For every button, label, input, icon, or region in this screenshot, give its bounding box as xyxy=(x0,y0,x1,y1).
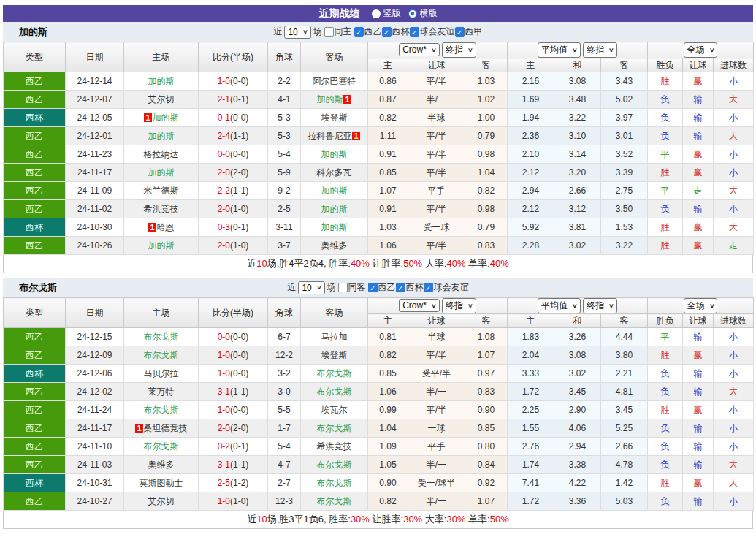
league-checkbox[interactable]: 西甲 xyxy=(455,26,483,38)
recent-results-panel: 近期战绩 竖版 横版 加的斯 近 10 ∨ 场 同主 xyxy=(3,5,753,529)
league-checkbox[interactable]: 西乙 xyxy=(368,281,396,294)
avg-company-select[interactable]: 平均值∨ xyxy=(538,298,581,313)
result-wdl-cell: 负 xyxy=(648,200,683,218)
result-goals-cell: 小 xyxy=(714,438,754,456)
score-cell: 2-0(2-0) xyxy=(199,419,268,438)
date-cell: 24-11-02 xyxy=(66,200,124,218)
subcol-avg-home: 主 xyxy=(508,58,554,72)
result-wdl-cell: 负 xyxy=(648,419,683,438)
subcol-odds-handicap: 让球 xyxy=(408,58,465,72)
score-cell: 0-0(0-0) xyxy=(199,328,268,346)
halftime-score: (0-0) xyxy=(230,113,248,123)
handicap-cell: 平手 xyxy=(408,438,465,456)
halftime-score: (0-1) xyxy=(230,441,248,452)
league-label: 球会友谊 xyxy=(434,281,469,294)
result-handicap-cell: 输 xyxy=(683,456,714,474)
result-handicap-cell: 输 xyxy=(683,419,714,438)
near-label: 近 xyxy=(273,26,282,38)
avg-away-cell: 4.78 xyxy=(601,456,648,474)
checkbox-checked-icon xyxy=(396,283,405,292)
avg-away-cell: 3.97 xyxy=(601,109,648,127)
odds-stage-select[interactable]: 终指∨ xyxy=(442,298,476,313)
fulltime-score: 0-2 xyxy=(218,441,230,452)
date-cell: 24-10-31 xyxy=(66,474,124,492)
result-handicap-cell: 赢 xyxy=(683,401,714,419)
handicap-cell: 受一/球半 xyxy=(408,474,465,492)
league-checkbox[interactable]: 球会友谊 xyxy=(410,26,455,38)
odds-company-select[interactable]: Crow*∨ xyxy=(399,43,440,56)
corner-cell: 5-3 xyxy=(268,109,301,127)
fulltime-select[interactable]: 全场∨ xyxy=(684,42,718,58)
home-team-name: 加的斯 xyxy=(148,131,175,141)
league-checkbox[interactable]: 西杯 xyxy=(396,281,424,294)
same-side-checkbox[interactable]: 同客 xyxy=(338,281,366,294)
home-team-cell: 艾尔切 xyxy=(124,492,199,511)
avg-draw-cell: 3.10 xyxy=(554,127,601,145)
corner-cell: 12-3 xyxy=(268,492,301,511)
avg-stage-select[interactable]: 终指∨ xyxy=(583,42,617,58)
avg-stage-select[interactable]: 终指∨ xyxy=(583,298,617,313)
avg-home-cell: 1.94 xyxy=(508,109,554,127)
avg-away-cell: 3.45 xyxy=(601,401,648,419)
avg-draw-cell: 3.02 xyxy=(554,237,601,255)
league-checkbox[interactable]: 西杯 xyxy=(382,26,410,38)
layout-vertical-radio[interactable]: 竖版 xyxy=(372,7,401,20)
away-team-name: 科尔多瓦 xyxy=(317,167,352,178)
page-title: 近期战绩 xyxy=(319,7,360,20)
odds-home-cell: 1.09 xyxy=(368,438,408,456)
subcol-avg-draw: 和 xyxy=(554,58,601,72)
league-checkbox[interactable]: 球会友谊 xyxy=(424,281,469,294)
odds-home-cell: 0.82 xyxy=(368,346,408,365)
avg-away-cell: 3.80 xyxy=(601,346,648,365)
halftime-score: (2-0) xyxy=(230,423,248,433)
league-checkbox[interactable]: 西乙 xyxy=(354,26,382,38)
odds-stage-select[interactable]: 终指∨ xyxy=(442,42,476,58)
avg-draw-cell: 3.12 xyxy=(554,200,601,218)
summary-text: 近 xyxy=(247,514,256,525)
league-label: 西杯 xyxy=(392,26,410,38)
odds-away-cell: 1.07 xyxy=(465,346,508,365)
result-goals-cell: 大 xyxy=(714,218,754,237)
fulltime-select[interactable]: 全场∨ xyxy=(684,298,718,313)
avg-home-cell: 2.25 xyxy=(508,401,554,419)
col-header-away: 客场 xyxy=(301,42,368,72)
odds-company-select[interactable]: Crow*∨ xyxy=(399,299,440,312)
checkbox-unchecked-icon xyxy=(324,27,334,37)
home-team-cell: 1加的斯 xyxy=(124,109,199,127)
summary-text: 近 xyxy=(247,258,256,269)
type-cell: 西乙 xyxy=(4,237,66,255)
odds-home-cell: 1.11 xyxy=(368,127,408,145)
odds-away-cell: 1.02 xyxy=(465,91,508,109)
avg-away-cell: 1.53 xyxy=(601,218,648,237)
corner-cell: 9-2 xyxy=(268,182,301,200)
result-handicap-cell: 输 xyxy=(683,492,714,511)
avg-home-cell: 2.12 xyxy=(508,164,554,182)
date-cell: 24-11-10 xyxy=(66,438,124,456)
corner-cell: 2-5 xyxy=(268,200,301,218)
summary-stat-value: 40% xyxy=(490,258,509,269)
score-cell: 0-3(0-1) xyxy=(199,218,268,237)
result-wdl-cell: 负 xyxy=(648,456,683,474)
layout-horizontal-radio[interactable]: 横版 xyxy=(408,7,438,20)
result-goals-cell: 小 xyxy=(714,419,754,438)
away-team-cell: 布尔戈斯 xyxy=(301,419,368,438)
away-team-cell: 加的斯 xyxy=(301,218,368,237)
away-team-name: 希洪竞技 xyxy=(317,441,352,452)
halftime-score: (1-0) xyxy=(230,204,248,214)
away-team-name: 马拉加 xyxy=(321,332,348,342)
avg-away-cell: 1.42 xyxy=(601,474,648,492)
corner-cell: 3-0 xyxy=(268,383,301,401)
match-row: 西乙24-11-03奥维多3-1(1-1)4-7布尔戈斯1.05半/一0.841… xyxy=(4,456,754,474)
handicap-cell: 平/半 xyxy=(408,145,465,164)
odds-home-cell: 0.85 xyxy=(368,164,408,182)
home-team-cell: 马贝尔拉 xyxy=(124,365,199,383)
type-cell: 西乙 xyxy=(4,419,66,438)
same-side-checkbox[interactable]: 同主 xyxy=(324,26,352,38)
date-cell: 24-12-09 xyxy=(66,346,124,365)
avg-company-select[interactable]: 平均值∨ xyxy=(538,42,581,58)
match-count-select[interactable]: 10 ∨ xyxy=(284,26,310,39)
handicap-cell: 平/半 xyxy=(408,72,465,91)
match-count-select[interactable]: 10 ∨ xyxy=(298,281,324,294)
home-team-cell: 格拉纳达 xyxy=(124,145,199,164)
odds-home-cell: 1.06 xyxy=(368,237,408,255)
